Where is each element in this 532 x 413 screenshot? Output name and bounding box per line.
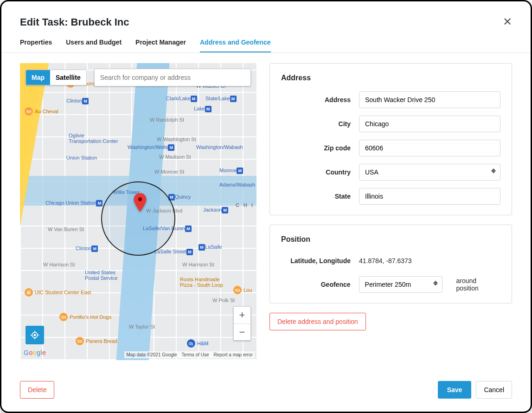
map-credit-report[interactable]: Report a map error <box>214 352 253 357</box>
tab-properties[interactable]: Properties <box>20 34 52 52</box>
map-type-satellite-button[interactable]: Satellite <box>50 70 86 85</box>
map-marker[interactable] <box>134 193 147 212</box>
country-select[interactable]: USA <box>359 164 500 181</box>
map-label: Ogilvie Transportation Center <box>69 133 118 144</box>
map-credit-terms[interactable]: Terms of Use <box>182 352 209 357</box>
map-label: ClintonM <box>66 98 89 104</box>
map-panel[interactable]: W Wacker Dr ClintonM Clark/LakeM State/L… <box>20 63 256 360</box>
map-label: LaSalle StreetM <box>154 249 193 255</box>
position-card: Position Latitude, Longitude 41.8784, -8… <box>269 225 512 303</box>
address-card: Address Address City Zip code Country <box>269 63 512 215</box>
tab-address-geofence[interactable]: Address and Geofence <box>200 34 271 52</box>
map-label: State/LakeM <box>205 96 237 102</box>
locate-button[interactable] <box>26 326 44 344</box>
close-button[interactable]: ✕ <box>503 16 512 27</box>
address-input[interactable] <box>359 91 500 108</box>
address-label: Address <box>281 96 351 103</box>
map-label: Clark/LakeM <box>166 96 197 102</box>
map-credit-data: Map data ©2021 Google <box>126 352 177 357</box>
map-search-input[interactable] <box>95 69 250 86</box>
dialog-header: Edit Task: Brubeck Inc ✕ <box>1 1 531 34</box>
tab-users-budget[interactable]: Users and Budget <box>66 34 122 52</box>
latlng-label: Latitude, Longitude <box>281 257 351 265</box>
svg-point-0 <box>138 197 142 201</box>
city-input[interactable] <box>359 116 500 132</box>
map-label: W Harrison St <box>43 262 75 267</box>
tab-bar: Properties Users and Budget Project Mana… <box>1 34 531 53</box>
map-type-map-button[interactable]: Map <box>26 70 50 85</box>
map-label: United States Postal Service <box>85 270 117 281</box>
map-label: MQuincy <box>168 194 191 200</box>
map-label: JacksonM <box>203 207 228 213</box>
map-label: MonroeM <box>219 168 243 174</box>
zip-label: Zip code <box>281 144 351 152</box>
map-label: Chicago Union StationM <box>45 200 103 206</box>
map-label: W Taylor St <box>129 324 155 329</box>
content-area: W Wacker Dr ClintonM Clark/LakeM State/L… <box>1 53 531 374</box>
map-label: MLaSalle <box>199 244 222 251</box>
map-label: W Van Buren St <box>48 226 84 232</box>
map-label: W Washington St <box>157 136 196 142</box>
crosshair-icon <box>30 330 39 340</box>
city-label: City <box>281 120 351 128</box>
map-poi: 🏛UIC Student Center East <box>25 288 91 297</box>
map-label: Washington/Wabash <box>196 144 243 150</box>
map-label: W Madison St <box>159 154 191 160</box>
state-input[interactable] <box>359 188 500 205</box>
map-poi: 🛍H&M <box>187 339 208 348</box>
geofence-select[interactable]: Perimeter 250m <box>359 276 442 293</box>
delete-address-button[interactable]: Delete address and position <box>269 313 366 330</box>
map-label: LakeM <box>194 106 212 112</box>
zoom-out-button[interactable]: − <box>234 323 250 340</box>
position-heading: Position <box>281 235 500 244</box>
svg-point-6 <box>34 334 35 336</box>
state-label: State <box>281 193 351 200</box>
map-label: Washington/WellsM <box>128 144 174 151</box>
map-poi: 🍽Portillo's Hot Dogs <box>59 313 111 321</box>
map-search <box>94 69 251 86</box>
footer-actions: Save Cancel <box>438 381 512 399</box>
zoom-in-button[interactable]: + <box>234 307 250 323</box>
right-column: Address Address City Zip code Country <box>269 63 512 374</box>
dialog-footer: Delete Save Cancel <box>1 374 531 412</box>
map-label: C H I C <box>236 202 256 208</box>
map-label: W Randolph St <box>150 117 184 123</box>
map-label: Union Station <box>66 155 97 161</box>
map-label: W Polk St <box>212 297 235 303</box>
google-logo: Google <box>24 349 46 356</box>
geofence-circle[interactable] <box>101 181 175 256</box>
map-label: ClintonM <box>76 245 98 252</box>
map-poi: 🍽Au Cheval <box>25 107 58 116</box>
map-label: W Monroe St <box>154 169 184 174</box>
delete-button[interactable]: Delete <box>20 381 54 399</box>
cancel-button[interactable]: Cancel <box>476 381 512 399</box>
map-toolbar: Map Satellite <box>26 69 251 86</box>
map-label: Roots Handmade Pizza - South Loop <box>180 277 223 288</box>
map-poi: 🍽Panera Bread <box>76 337 117 345</box>
latlng-value: 41.8784, -87.6373 <box>359 253 412 269</box>
map-label: Adams/Wabash <box>219 182 255 187</box>
address-heading: Address <box>281 74 500 82</box>
geofence-label: Geofence <box>281 281 351 288</box>
dialog-title: Edit Task: Brubeck Inc <box>20 16 129 28</box>
dialog-edit-task: Edit Task: Brubeck Inc ✕ Properties User… <box>0 0 532 413</box>
save-button[interactable]: Save <box>438 381 472 399</box>
map-credits: Map data ©2021 Google Terms of Use Repor… <box>124 351 255 358</box>
map-label: W Harrison St <box>182 262 214 267</box>
map-poi: 🍽Lou <box>233 286 252 294</box>
zoom-controls: + − <box>233 306 251 341</box>
geofence-suffix: around position <box>456 277 500 292</box>
tab-project-manager[interactable]: Project Manager <box>135 34 186 52</box>
country-label: Country <box>281 168 351 176</box>
zip-input[interactable] <box>359 140 500 156</box>
map-type-toggle: Map Satellite <box>26 70 87 85</box>
